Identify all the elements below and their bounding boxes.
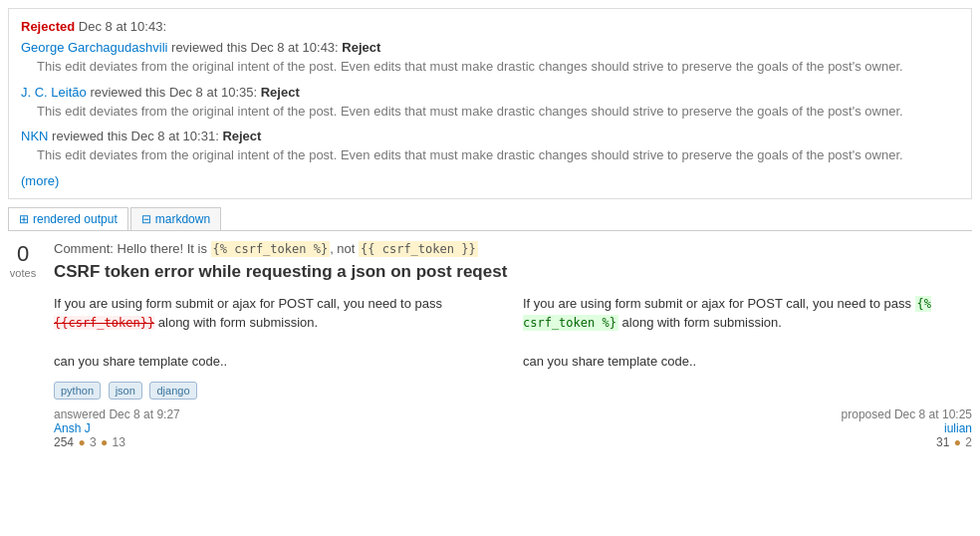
answer-meta: answered Dec 8 at 9:27 Ansh J 254 ● 3 ● … [54,407,972,449]
right-col-text1: If you are using form submit or ajax for… [523,294,972,333]
markdown-icon: ⊟ [141,212,151,226]
answerer-bronze-dot: ● [78,435,85,449]
post-title: CSRF token error while requesting a json… [54,262,972,282]
comment-highlight-2: {{ csrf_token }} [359,241,478,257]
answered-date: Dec 8 at 9:27 [109,407,179,421]
rendered-output-icon: ⊞ [19,212,29,226]
post-meta: 0 votes Comment: Hello there! It is {% c… [8,241,972,449]
comment-before: Hello there! It is [118,241,211,256]
reviewer-name-2[interactable]: J. C. Leitão [21,85,87,100]
tags-section: python json django [54,382,972,400]
rejected-date: Dec 8 at 10:43: [79,19,166,34]
answerer-rep: 254 [54,435,74,449]
reviewer-action-2: reviewed this Dec 8 at 10:35: Reject [90,85,299,100]
answerer-name[interactable]: Ansh J [54,421,91,435]
strikethrough-token: {{csrf_token}} [54,316,154,330]
left-col-text1: If you are using form submit or ajax for… [54,294,503,333]
votes-section: 0 votes [8,241,38,279]
answerer-bronze-count: 13 [113,435,125,449]
reviewer-action-3: reviewed this Dec 8 at 10:31: Reject [52,129,261,143]
comment-line: Comment: Hello there! It is {% csrf_toke… [54,241,972,256]
proposed-label: proposed [842,407,891,421]
proposer-name[interactable]: iulian [944,421,972,435]
answerer-bronze-dot2: ● [101,435,108,449]
answerer-card: Ansh J 254 ● 3 ● 13 [54,421,180,449]
tab-markdown[interactable]: ⊟ markdown [130,207,221,230]
rejected-header: Rejected Dec 8 at 10:43: [21,19,959,34]
votes-label: votes [8,267,38,279]
right-col-text3: can you share template code.. [523,352,972,372]
tab-rendered-label: rendered output [33,212,118,226]
two-col: If you are using form submit or ajax for… [54,294,972,372]
tag-django[interactable]: django [149,382,196,400]
tab-rendered-output[interactable]: ⊞ rendered output [8,207,128,230]
comment-highlight-1: {% csrf_token %} [211,241,331,257]
proposer-bronze-dot: ● [954,435,961,449]
comment-middle: , not [330,241,359,256]
tab-markdown-label: markdown [155,212,210,226]
left-col: If you are using form submit or ajax for… [54,294,503,372]
reviewer-name-3[interactable]: NKN [21,129,48,143]
more-link[interactable]: (more) [21,173,959,188]
reviewer-line-1: George Garchagudashvili reviewed this De… [21,40,959,55]
reason-text-3: This edit deviates from the original int… [37,145,959,165]
content-area: 0 votes Comment: Hello there! It is {% c… [8,231,972,467]
comment-label: Comment: [54,241,114,256]
tag-json[interactable]: json [109,382,142,400]
left-col-text3: can you share template code.. [54,352,503,372]
tab-bar: ⊞ rendered output ⊟ markdown [8,207,972,231]
reviewer-line-2: J. C. Leitão reviewed this Dec 8 at 10:3… [21,85,959,100]
reviewer-action-1: reviewed this Dec 8 at 10:43: Reject [171,40,380,55]
proposer-bronze-count: 2 [965,435,972,449]
answered-label: answered [54,407,106,421]
answer-meta-right: proposed Dec 8 at 10:25 iulian 31 ● 2 [842,407,972,449]
answer-meta-left: answered Dec 8 at 9:27 Ansh J 254 ● 3 ● … [54,407,180,449]
proposer-rep: 31 [936,435,949,449]
rejected-label: Rejected [21,19,75,34]
answerer-bronze3: 3 [90,435,97,449]
reason-text-2: This edit deviates from the original int… [37,102,959,122]
tag-python[interactable]: python [54,382,101,400]
reviewer-line-3: NKN reviewed this Dec 8 at 10:31: Reject [21,129,959,143]
right-col: If you are using form submit or ajax for… [523,294,972,372]
vote-count: 0 [8,241,38,267]
rejection-section: Rejected Dec 8 at 10:43: George Garchagu… [8,8,972,199]
proposed-date: Dec 8 at 10:25 [894,407,972,421]
post-body: Comment: Hello there! It is {% csrf_toke… [54,241,972,449]
reviewer-name-1[interactable]: George Garchagudashvili [21,40,167,55]
reason-text-1: This edit deviates from the original int… [37,57,959,77]
